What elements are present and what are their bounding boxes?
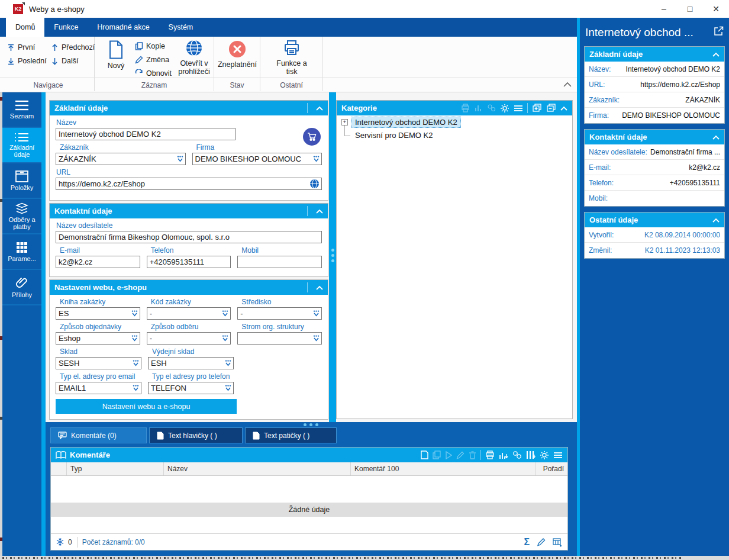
sidebar-item-parametry[interactable]: Parame... [2,234,41,270]
tab-domu[interactable]: Domů [6,18,44,37]
nastaveni-webu-button[interactable]: Nastavení webu a e-shopu [56,399,237,414]
dropdown-icon[interactable] [176,155,184,163]
dropdown-icon[interactable] [224,384,232,392]
tree-expand-button[interactable]: + [341,119,348,125]
new-document-icon [108,40,124,62]
minimize-button[interactable]: – [651,1,677,18]
collapse-panel-icon[interactable] [316,209,323,214]
dropdown-icon[interactable] [132,359,140,367]
sender-label: Název odesílatele [54,221,328,230]
open-external-icon[interactable] [714,26,724,36]
dropdown-icon[interactable] [131,310,138,317]
sender-input[interactable] [56,231,322,243]
dropdown-icon[interactable] [221,334,229,342]
tree-node[interactable]: Servisní pro DEMO K2 [352,130,436,140]
panel-title: Kontaktní údaje [589,133,647,141]
menu-icon[interactable] [553,452,563,459]
sklad-input[interactable] [56,357,141,369]
horizontal-splitter[interactable] [304,423,318,426]
tab-komentare[interactable]: Komentáře (0) [50,427,147,443]
mobile-input[interactable] [237,256,322,268]
dropdown-icon[interactable] [221,310,229,317]
url-input[interactable] [56,178,322,190]
kniha-zakazky-input[interactable] [56,307,140,320]
ribbon-tab-bar: Domů Funkce Hromadné akce Systém [0,18,577,37]
firma-input[interactable] [192,153,322,165]
collapse-panel-icon[interactable] [712,218,720,223]
sidebar-item-odbery-a-platby[interactable]: Odběry a platby [2,199,41,234]
edit-pencil-icon[interactable] [537,538,546,546]
collapse-panel-icon[interactable] [316,285,323,290]
collapse-panel-icon[interactable] [316,106,323,111]
refresh-button[interactable]: Obnovit [135,67,172,79]
shopping-cart-button[interactable] [303,128,321,146]
tab-hromadne-akce[interactable]: Hromadné akce [88,18,159,37]
kod-zakazky-input[interactable] [147,307,231,320]
collapse-panel-icon[interactable] [560,106,567,111]
vertical-splitter[interactable] [329,92,336,422]
panel-header: Komentáře [51,448,567,462]
sidebar-item-polozky[interactable]: Položky [2,163,41,199]
dropdown-icon[interactable] [131,334,138,342]
globe-icon[interactable] [309,179,320,189]
phone-input[interactable] [147,256,231,268]
tab-funkce[interactable]: Funkce [44,18,88,37]
collapse-panel-icon[interactable] [712,135,720,140]
new-button[interactable]: Nový [103,40,129,70]
panel-header: Základní údaje [50,101,328,115]
vydejni-sklad-input[interactable] [148,357,234,369]
column-header-typ[interactable]: Typ [67,462,164,475]
copy-button[interactable]: Kopie [135,40,165,52]
sum-icon[interactable]: Σ [524,537,530,548]
sidebar-item-zakladni-udaje[interactable]: Základní údaje [2,128,41,163]
email-input[interactable] [56,256,140,268]
last-button[interactable]: Poslední [7,55,47,67]
chart-icon[interactable] [499,450,508,459]
column-header-nazev[interactable]: Název [164,462,351,475]
tree-node-selected[interactable]: Internetový obchod DEMO K2 [351,117,461,128]
settings-gear-icon[interactable] [500,104,509,113]
column-header-blank[interactable] [51,462,67,475]
collapse-all-icon[interactable] [546,104,556,112]
column-header-poradi[interactable]: Pořadí [536,462,567,475]
previous-button[interactable]: Předchozí [51,41,95,53]
strom-org-struktury-input[interactable] [237,332,322,345]
tab-system[interactable]: Systém [159,18,203,37]
next-button[interactable]: Další [51,55,78,67]
add-table-icon[interactable] [553,538,563,547]
dropdown-icon[interactable] [312,334,320,342]
zakaznik-input[interactable] [56,153,186,165]
sidebar-item-prilohy[interactable]: Přílohy [2,270,41,305]
tab-text-hlavicky[interactable]: Text hlavičky ( ) [149,427,243,443]
columns-icon[interactable] [526,450,536,459]
collapse-panel-icon[interactable] [712,52,720,57]
invalidate-button[interactable]: Zneplatnění [216,40,259,69]
dropdown-icon[interactable] [312,155,320,163]
nazev-input[interactable] [56,128,236,140]
stredisko-input[interactable] [237,307,322,320]
open-in-browser-button[interactable]: Otevřít v prohlížeči [175,39,213,76]
menu-icon[interactable] [514,105,523,112]
gears-icon[interactable] [512,450,522,459]
change-button[interactable]: Změna [135,54,169,66]
dropdown-icon[interactable] [224,359,232,367]
maximize-button[interactable]: □ [677,1,703,18]
expand-all-icon[interactable] [532,104,542,112]
dropdown-icon[interactable] [132,384,140,392]
first-button[interactable]: První [7,41,35,53]
typ-adresy-telefon-input[interactable] [148,382,234,394]
collapse-ribbon-button[interactable] [563,82,574,90]
settings-gear-icon[interactable] [540,450,549,460]
new-record-icon[interactable] [421,450,428,459]
close-button[interactable]: ✕ [703,1,729,18]
column-header-komentar[interactable]: Komentář 100 [351,462,536,475]
tab-text-paticky[interactable]: Text patičky ( ) [245,427,337,443]
typ-adresy-email-input[interactable] [56,382,141,394]
table-body-empty [51,476,567,503]
dropdown-icon[interactable] [312,310,320,317]
zpusob-objednavky-input[interactable] [56,332,140,345]
print-icon[interactable] [485,450,495,459]
zpusob-odberu-input[interactable] [147,332,231,345]
sidebar-item-seznam[interactable]: Seznam [2,92,41,128]
function-and-print-button[interactable]: Funkce a tisk [273,39,311,76]
